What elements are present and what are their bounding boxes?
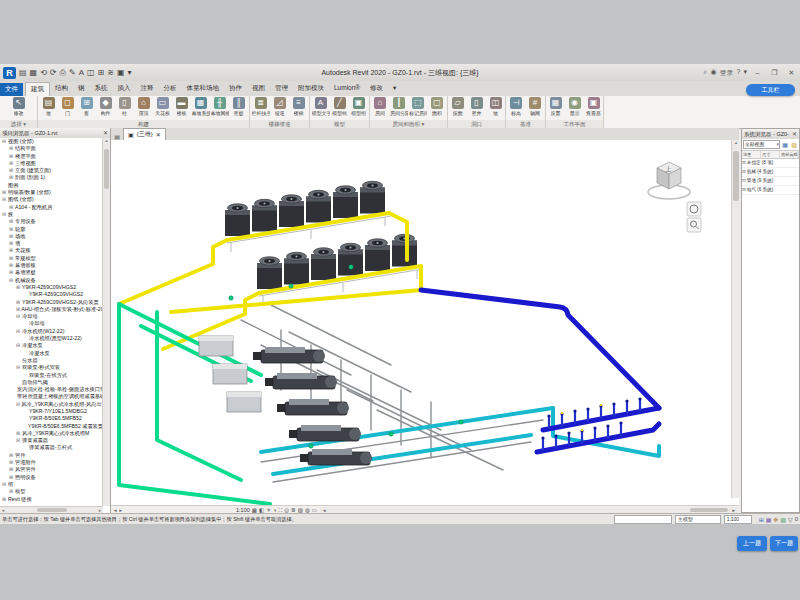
system-row[interactable]: ⊞ 未指定 (8 项)	[742, 159, 799, 168]
ribbon-button[interactable]: #轴网	[526, 97, 544, 116]
ribbon-button[interactable]: ▭天花板	[154, 97, 172, 116]
tree-item[interactable]: ⊞ Y9KR-4Z69C09VHGS2-风向装置	[0, 299, 103, 306]
overlay-toolbar-button[interactable]: 工具栏	[746, 84, 795, 96]
ribbon-button[interactable]: ▯竖井	[468, 97, 486, 116]
ribbon-tab[interactable]: 视图	[247, 82, 270, 96]
search-icon[interactable]: ⌕	[704, 68, 708, 78]
tree-item[interactable]: ⊞ 明细表/数量 (全部)	[0, 189, 103, 196]
expander-icon[interactable]	[23, 350, 28, 357]
ribbon-button[interactable]: ╱模型线	[331, 97, 349, 116]
exclude-options-icon[interactable]: ▦	[766, 516, 772, 523]
tree-item[interactable]: ⊞ 结构平面	[0, 145, 103, 152]
expander-icon[interactable]: ⊟	[9, 277, 14, 284]
drawing-area[interactable]: 上	[111, 140, 739, 505]
expander-icon[interactable]: ⊞	[742, 168, 746, 176]
tree-item[interactable]: Y9KR-7/Y10E1.5MDBG2	[0, 408, 103, 415]
ribbon-tab[interactable]: 系统	[90, 82, 113, 96]
expander-icon[interactable]: ⊞	[9, 160, 14, 167]
ribbon-button[interactable]: ▤墙	[40, 97, 58, 116]
tree-item[interactable]: ⊞ 照明设备	[0, 474, 103, 481]
ribbon-button[interactable]: ╫幕墙网格	[211, 97, 229, 116]
system-browser-header[interactable]: 系统浏览器 - GZ0-1.rvt ✕	[742, 129, 799, 139]
tree-item[interactable]: ⊞ A104 - 配电机房	[0, 204, 103, 211]
ribbon-tab[interactable]: 管理	[270, 82, 293, 96]
ribbon-tab[interactable]: 体量和场地	[182, 82, 225, 96]
project-browser-vscrollbar[interactable]: ▲	[102, 138, 110, 506]
ribbon-tab[interactable]: 分析	[159, 82, 182, 96]
expander-icon[interactable]: ⊟	[2, 211, 7, 218]
expander-icon[interactable]: ⊟	[16, 401, 20, 408]
expander-icon[interactable]: ⊞	[2, 496, 7, 503]
tree-item[interactable]: ⊞ 立面 (建筑立面)	[0, 167, 103, 174]
expander-icon[interactable]: ⊟	[16, 342, 21, 349]
qat-icon[interactable]: ⊞	[98, 68, 105, 78]
tree-item[interactable]: ⊟ 图纸 (全部)	[0, 196, 103, 203]
tree-item[interactable]: ⊞ 轮廓	[0, 226, 103, 233]
tab-list-icon[interactable]: ▤	[111, 133, 123, 140]
revit-logo-icon[interactable]: R	[3, 67, 16, 79]
expander-icon[interactable]: ⊞	[9, 145, 14, 152]
tree-item[interactable]: ⊞ 楼层平面	[0, 153, 103, 160]
ribbon-button[interactable]: ▦幕墙系统	[192, 97, 210, 116]
close-button[interactable]: ✕	[785, 67, 798, 78]
ribbon-tab[interactable]: 注释	[136, 82, 159, 96]
expander-icon[interactable]: ⊞	[16, 430, 21, 437]
tab-close-icon[interactable]: ✕	[156, 131, 161, 138]
expander-icon[interactable]: ⊟	[2, 138, 7, 145]
next-question-button[interactable]: 下一题	[770, 536, 798, 551]
expander-icon[interactable]	[23, 291, 28, 298]
ribbon-button[interactable]: ↖修改	[10, 97, 28, 116]
tree-item[interactable]: ⊟ 冷却塔	[0, 313, 103, 320]
qat-icon[interactable]: ≋	[107, 68, 114, 78]
ribbon-button[interactable]: ◆构件	[97, 97, 115, 116]
expander-icon[interactable]: ⊞	[9, 174, 14, 181]
system-row[interactable]: ⊟ 管道 (9 系统)	[742, 177, 799, 186]
expander-icon[interactable]: ⊞	[9, 247, 14, 254]
ribbon-button[interactable]: ▯柱	[116, 97, 134, 116]
expander-icon[interactable]: ⊞	[742, 159, 746, 167]
tree-item[interactable]: ⊞ 专用设备	[0, 218, 103, 225]
expander-icon[interactable]: ⊞	[16, 299, 21, 306]
qat-icon[interactable]: ▤	[19, 68, 27, 78]
expander-icon[interactable]: ⊞	[9, 153, 14, 160]
tree-item[interactable]: 分水器	[0, 357, 103, 364]
tree-item[interactable]: ⊞ 三维视图	[0, 160, 103, 167]
user-icon[interactable]: ◉	[710, 68, 716, 78]
ribbon-tab[interactable]: 建筑	[25, 82, 50, 96]
help-icon[interactable]: ?	[737, 68, 741, 78]
tree-item[interactable]: Y9KR-4Z69C09VHGS2	[0, 291, 103, 298]
qat-icon[interactable]: ▣	[117, 68, 125, 78]
zoom-field[interactable]: 1:100	[724, 515, 752, 524]
tree-item[interactable]: ⊞ Y9KR-4Z69C09VHGS2	[0, 284, 103, 291]
ribbon-tab[interactable]: 结构	[50, 82, 73, 96]
tree-item[interactable]: 冷水机组(原型W12-22)	[0, 335, 103, 342]
expander-icon[interactable]: ⊞	[9, 204, 14, 211]
tree-item[interactable]: ⊟ 族	[0, 211, 103, 218]
qat-icon[interactable]: ⟲	[40, 68, 47, 78]
qat-icon[interactable]: ▦	[30, 68, 38, 78]
expander-icon[interactable]: ⊞	[742, 186, 746, 194]
ribbon-tab[interactable]: Lumion®	[329, 82, 365, 96]
tree-item[interactable]: 图例	[0, 182, 103, 189]
ribbon-button[interactable]: ⊣标高	[507, 97, 525, 116]
expander-icon[interactable]: ⊞	[9, 474, 14, 481]
minimize-button[interactable]: –	[751, 67, 764, 78]
tree-item[interactable]: 双吸泵-在线方式	[0, 372, 103, 379]
expander-icon[interactable]: ⊞	[2, 189, 7, 196]
tree-item[interactable]: ⊞ 天花板	[0, 247, 103, 254]
expander-icon[interactable]: ⊞	[16, 306, 20, 313]
panel-label[interactable]: 房间和面积 ▾	[370, 120, 447, 128]
expander-icon[interactable]	[23, 444, 28, 451]
tree-item[interactable]: 冷却塔	[0, 320, 103, 327]
tree-item[interactable]: 冷凝水泵	[0, 350, 103, 357]
expander-icon[interactable]: ⊟	[16, 328, 21, 335]
tree-item[interactable]: ⊟ 冷水机组(W12-22)	[0, 328, 103, 335]
expander-icon[interactable]: ⊞	[9, 466, 14, 473]
ribbon-tab[interactable]: 附加模块	[293, 82, 329, 96]
panel-label[interactable]: 工作平面	[546, 120, 603, 128]
ribbon-tab[interactable]: 插入	[113, 82, 136, 96]
navigation-bar[interactable]	[687, 202, 701, 232]
tree-item[interactable]: Y9KR-8/50E6.5MFB52 减震装置	[0, 423, 103, 430]
tree-item[interactable]: ⊞ 模型	[0, 488, 103, 495]
tree-item[interactable]: ⊟ 风冷_Y9KR离心式冷水机组-风向出管	[0, 401, 103, 408]
